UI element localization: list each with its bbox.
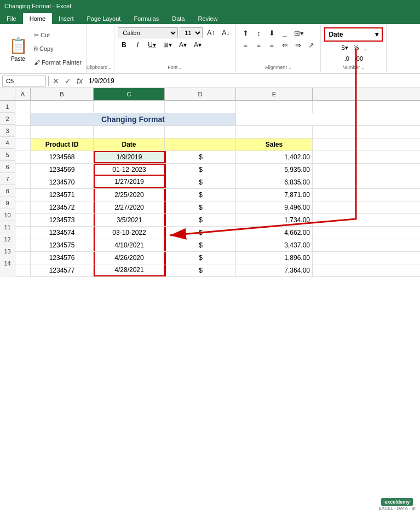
cell-b7[interactable]: 1234570	[31, 176, 94, 188]
format-painter-button[interactable]: 🖌 Format Painter	[32, 59, 84, 66]
accounting-format-button[interactable]: $▾	[339, 43, 350, 53]
increase-font-button[interactable]: A↑	[204, 27, 217, 38]
cell-reference-box[interactable]: C5	[2, 76, 46, 86]
alignment-expand-icon[interactable]: ⌄	[288, 65, 292, 70]
cell-b9[interactable]: 1234572	[31, 201, 94, 213]
cell-d9[interactable]: $	[165, 201, 236, 213]
cell-e11[interactable]: 4,662.00	[236, 227, 313, 239]
underline-button[interactable]: U▾	[145, 39, 159, 50]
cell-d8[interactable]: $	[165, 189, 236, 201]
align-top-button[interactable]: ⬆	[239, 27, 251, 38]
row-num-3[interactable]: 3	[0, 125, 15, 137]
enter-formula-button[interactable]: ✓	[63, 77, 73, 85]
cell-d5[interactable]: $	[165, 151, 236, 163]
cell-b5[interactable]: 1234568	[31, 151, 94, 163]
cell-d7[interactable]: $	[165, 176, 236, 188]
cell-e5[interactable]: 1,402.00	[236, 151, 313, 163]
cell-d4[interactable]	[165, 138, 236, 151]
cell-d6[interactable]: $	[165, 164, 236, 176]
font-color-button[interactable]: A▾	[191, 39, 204, 50]
cell-a9[interactable]	[15, 201, 31, 213]
cell-a4[interactable]	[15, 138, 31, 151]
cell-e10[interactable]: 1,734.00	[236, 214, 313, 226]
cell-b13[interactable]: 1234576	[31, 252, 94, 264]
clipboard-expand-icon[interactable]: ⌄	[108, 65, 112, 70]
cell-e7[interactable]: 6,835.00	[236, 176, 313, 188]
percent-button[interactable]: %	[352, 43, 361, 53]
cell-c9[interactable]: 2/27/2020	[94, 201, 165, 213]
tab-review[interactable]: Review	[191, 13, 224, 24]
border-button[interactable]: ⊞▾	[160, 39, 175, 50]
bold-button[interactable]: B	[118, 39, 130, 50]
comma-button[interactable]: ,	[362, 43, 368, 53]
row-num-12[interactable]: 12	[0, 233, 15, 245]
col-header-c[interactable]: C	[94, 88, 165, 100]
cell-e4[interactable]: Sales	[236, 138, 313, 151]
tab-data[interactable]: Data	[165, 13, 191, 24]
font-expand-icon[interactable]: ⌄	[179, 65, 182, 70]
cell-e3[interactable]	[236, 126, 313, 138]
align-bottom-button[interactable]: ⬇	[266, 27, 278, 38]
cell-a3[interactable]	[15, 126, 31, 138]
cell-c11[interactable]: 03-10-2022	[94, 227, 165, 239]
align-right-button[interactable]: ≡	[266, 39, 278, 50]
cell-b4[interactable]: Product ID	[31, 138, 94, 151]
cell-e12[interactable]: 3,437.00	[236, 239, 313, 251]
cell-a14[interactable]	[15, 264, 31, 276]
row-num-1[interactable]: 1	[0, 101, 15, 113]
cell-e13[interactable]: 1,896.00	[236, 252, 313, 264]
title-merged-cell[interactable]: Changing Format	[31, 113, 236, 125]
cell-b6[interactable]: 1234569	[31, 164, 94, 176]
cell-b14[interactable]: 1234577	[31, 264, 94, 276]
cell-d1[interactable]	[165, 101, 236, 113]
cell-d11[interactable]: $	[165, 227, 236, 239]
row-num-7[interactable]: 7	[0, 173, 15, 185]
orientation-button[interactable]: ↗	[305, 39, 317, 50]
cell-b1[interactable]	[31, 101, 94, 113]
align-left-button[interactable]: ≡	[239, 39, 251, 50]
cancel-formula-button[interactable]: ✕	[51, 77, 61, 85]
tab-file[interactable]: File	[0, 13, 23, 24]
cell-c4[interactable]: Date	[94, 138, 165, 151]
font-name-selector[interactable]: Calibri	[118, 27, 178, 38]
cell-e14[interactable]: 7,364.00	[236, 264, 313, 276]
number-expand-icon[interactable]: ⌄	[361, 65, 365, 70]
font-size-selector[interactable]: 11	[180, 27, 203, 38]
increase-indent-button[interactable]: ⇒	[292, 39, 304, 50]
cell-a5[interactable]	[15, 151, 31, 163]
cell-a1[interactable]	[15, 101, 31, 113]
insert-function-button[interactable]: fx	[75, 77, 84, 85]
row-num-9[interactable]: 9	[0, 197, 15, 209]
cell-a13[interactable]	[15, 252, 31, 264]
col-header-e[interactable]: E	[236, 88, 313, 100]
cell-c12[interactable]: 4/10/2021	[94, 239, 165, 251]
italic-button[interactable]: I	[131, 39, 143, 50]
cell-b11[interactable]: 1234574	[31, 227, 94, 239]
cell-e6[interactable]: 5,935.00	[236, 164, 313, 176]
increase-decimal-button[interactable]: .00	[353, 54, 365, 63]
row-num-4[interactable]: 4	[0, 137, 15, 149]
fill-color-button[interactable]: A▾	[176, 39, 189, 50]
cell-a8[interactable]	[15, 189, 31, 201]
decrease-font-button[interactable]: A↓	[219, 27, 232, 38]
cell-d12[interactable]: $	[165, 239, 236, 251]
decrease-indent-button[interactable]: ⇐	[279, 39, 291, 50]
cell-b10[interactable]: 1234573	[31, 214, 94, 226]
row-num-14[interactable]: 14	[0, 257, 15, 269]
cell-b3[interactable]	[31, 126, 94, 138]
cell-a7[interactable]	[15, 176, 31, 188]
cell-e1[interactable]	[236, 101, 313, 113]
tab-home[interactable]: Home	[23, 13, 52, 24]
cell-c6[interactable]: 01-12-2023	[94, 164, 165, 176]
cell-c10[interactable]: 3/5/2021	[94, 214, 165, 226]
cell-c1[interactable]	[94, 101, 165, 113]
row-num-6[interactable]: 6	[0, 161, 15, 173]
number-format-dropdown[interactable]: Date ▾	[324, 27, 383, 42]
col-header-b[interactable]: B	[31, 88, 94, 100]
align-middle-button[interactable]: ↕	[252, 27, 264, 38]
merge-center-button[interactable]: ⊞▾	[292, 27, 306, 38]
row-num-5[interactable]: 5	[0, 149, 15, 161]
col-header-a[interactable]: A	[15, 88, 31, 100]
cell-b8[interactable]: 1234571	[31, 189, 94, 201]
cell-a10[interactable]	[15, 214, 31, 226]
